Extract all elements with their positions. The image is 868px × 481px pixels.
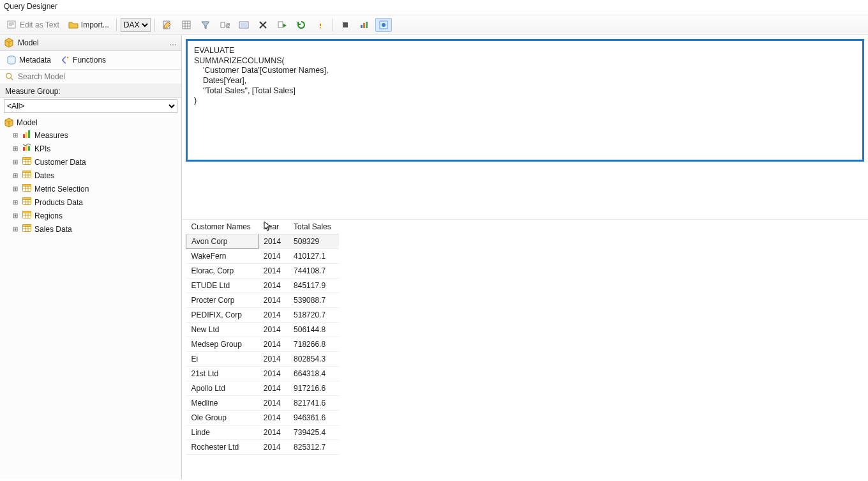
- column-header[interactable]: Customer Names: [186, 220, 258, 234]
- query-editor[interactable]: EVALUATE SUMMARIZECOLUMNS( 'Customer Dat…: [186, 39, 864, 162]
- table-cell: 2014: [258, 396, 288, 411]
- svg-rect-19: [26, 132, 27, 138]
- expand-icon[interactable]: ⊞: [11, 199, 19, 206]
- table-cell: 2014: [258, 367, 288, 381]
- svg-rect-27: [23, 171, 31, 173]
- svg-rect-33: [23, 211, 31, 213]
- search-input[interactable]: [18, 72, 176, 81]
- table-row[interactable]: PEDIFIX, Corp2014518720.7: [186, 308, 339, 323]
- expand-icon[interactable]: ⊞: [11, 158, 19, 165]
- warning-icon: [315, 20, 326, 30]
- tree-item-label: Regions: [34, 211, 63, 220]
- table-cell: 2014: [258, 323, 288, 337]
- tree-item-icon: [22, 183, 32, 195]
- expand-icon[interactable]: ⊞: [11, 225, 19, 233]
- svg-rect-18: [23, 134, 25, 138]
- delete-button[interactable]: [255, 18, 271, 32]
- table-row[interactable]: Medsep Group2014718266.8: [186, 337, 339, 352]
- expand-icon[interactable]: ⊞: [11, 132, 19, 139]
- column-header[interactable]: Total Sales: [288, 220, 339, 234]
- table-cell: 518720.7: [288, 308, 339, 323]
- tree-item-icon: [22, 169, 32, 181]
- stop-button[interactable]: [337, 18, 354, 32]
- results-pane: Customer NamesYearTotal Sales Avon Corp2…: [182, 219, 868, 455]
- toolbar-separator: [116, 19, 117, 31]
- tree-item[interactable]: ⊞Products Data: [3, 195, 179, 209]
- table-row[interactable]: Ei2014802854.3: [186, 352, 339, 367]
- table-row[interactable]: Ole Group2014946361.6: [186, 411, 339, 425]
- tool-button-3[interactable]: [197, 18, 214, 32]
- search-row: [0, 70, 181, 84]
- chart-button[interactable]: [356, 18, 373, 32]
- expand-icon[interactable]: ⊞: [11, 145, 19, 152]
- warning-button[interactable]: [312, 18, 329, 32]
- import-label: Import...: [81, 20, 109, 29]
- language-select[interactable]: DAX: [121, 18, 151, 32]
- table-cell: 802854.3: [288, 352, 339, 367]
- table-row[interactable]: ETUDE Ltd2014845117.9: [186, 279, 339, 293]
- model-panel: Model … Metadata Functions Measure Group…: [0, 35, 182, 479]
- svg-rect-12: [366, 22, 368, 28]
- svg-point-16: [67, 57, 68, 58]
- grid-icon: [181, 20, 191, 30]
- table-cell: 506144.8: [288, 323, 339, 337]
- window-title: Query Designer: [0, 0, 868, 15]
- tool-button-2[interactable]: [178, 18, 195, 32]
- table-row[interactable]: WakeFern2014410127.1: [186, 249, 339, 264]
- refresh-button[interactable]: [293, 18, 310, 32]
- stop-icon: [340, 20, 350, 30]
- panel-menu-button[interactable]: …: [169, 38, 177, 47]
- tree-item[interactable]: ⊞Measures: [3, 128, 179, 142]
- tree-item[interactable]: ⊞Regions: [3, 209, 179, 222]
- column-header[interactable]: Year: [258, 220, 288, 234]
- refresh-icon: [296, 20, 306, 30]
- table-row[interactable]: New Ltd2014506144.8: [186, 323, 339, 337]
- table-cell: WakeFern: [186, 249, 258, 264]
- cube-icon: [4, 38, 14, 48]
- svg-rect-29: [23, 185, 31, 187]
- measure-group-select[interactable]: <All>: [4, 99, 177, 113]
- tree-item[interactable]: ⊞KPIs: [3, 142, 179, 155]
- table-row[interactable]: Linde2014739425.4: [186, 425, 339, 440]
- table-cell: 718266.8: [288, 337, 339, 352]
- svg-rect-3: [221, 22, 225, 27]
- table-row[interactable]: Apollo Ltd2014917216.6: [186, 381, 339, 396]
- tree-item[interactable]: ⊞Dates: [3, 169, 179, 182]
- table-cell: 664318.4: [288, 367, 339, 381]
- tool-button-5[interactable]: [236, 18, 252, 32]
- tool-button-4[interactable]: @: [216, 18, 233, 32]
- svg-rect-25: [23, 158, 31, 160]
- table-cell: 845117.9: [288, 279, 339, 293]
- tree-item-icon: [22, 156, 32, 168]
- table-row[interactable]: Avon Corp2014508329: [186, 234, 339, 249]
- tree-item[interactable]: ⊞Metric Selection: [3, 182, 179, 195]
- table-cell: Rochester Ltd: [186, 440, 258, 455]
- table-cell: 2014: [258, 264, 288, 279]
- panel-header: Model …: [0, 35, 181, 51]
- import-button[interactable]: Import...: [65, 18, 112, 32]
- expand-icon[interactable]: ⊞: [11, 212, 19, 219]
- toolbar-separator: [154, 19, 155, 31]
- functions-tab[interactable]: Functions: [59, 54, 107, 66]
- table-row[interactable]: Rochester Ltd2014825312.7: [186, 440, 339, 455]
- design-button[interactable]: [375, 18, 392, 32]
- tree-item[interactable]: ⊞Customer Data: [3, 155, 179, 169]
- tree-root[interactable]: Model: [3, 117, 179, 128]
- tool-button-1[interactable]: [159, 18, 176, 32]
- svg-rect-31: [23, 198, 31, 200]
- table-cell: PEDIFIX, Corp: [186, 308, 258, 323]
- table-cell: 2014: [258, 411, 288, 425]
- edit-text-icon: [7, 20, 17, 30]
- metadata-tab[interactable]: Metadata: [5, 54, 52, 66]
- table-row[interactable]: 21st Ltd2014664318.4: [186, 367, 339, 381]
- panel-title: Model: [18, 38, 39, 47]
- expand-icon[interactable]: ⊞: [11, 185, 19, 192]
- run-button[interactable]: [274, 18, 290, 32]
- tree-item[interactable]: ⊞Sales Data: [3, 222, 179, 236]
- expand-icon[interactable]: ⊞: [11, 172, 19, 179]
- edit-as-text-button[interactable]: Edit as Text: [4, 18, 63, 32]
- table-row[interactable]: Procter Corp2014539088.7: [186, 293, 339, 308]
- table-row[interactable]: Medline2014821741.6: [186, 396, 339, 411]
- table-row[interactable]: Elorac, Corp2014744108.7: [186, 264, 339, 279]
- run-icon: [277, 20, 287, 30]
